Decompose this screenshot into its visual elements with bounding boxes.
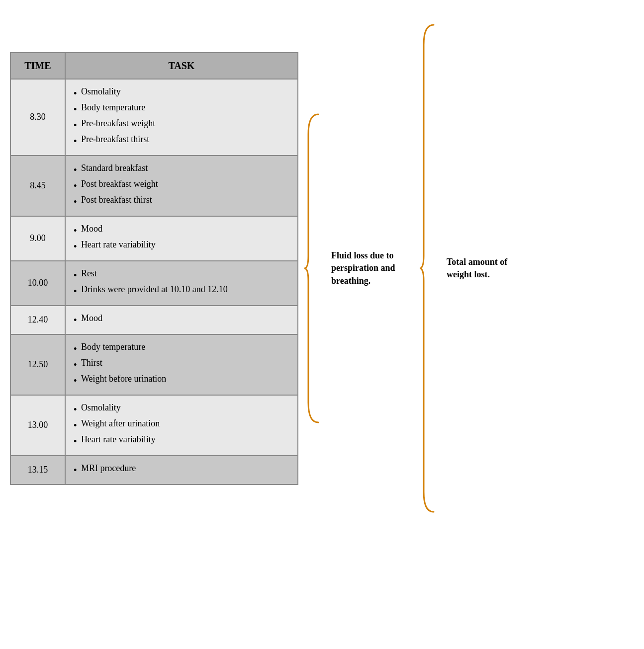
task-cell: OsmolalityBody temperaturePre-breakfast … [65,79,298,156]
list-item: Pre-breakfast weight [74,117,289,133]
task-header: TASK [65,53,298,79]
time-header: TIME [10,53,65,79]
list-item: Thirst [74,357,289,373]
task-cell: RestDrinks were provided at 10.10 and 12… [65,261,298,306]
schedule-table: TIME TASK 8.30OsmolalityBody temperature… [10,52,298,485]
task-cell: OsmolalityWeight after urinationHeart ra… [65,395,298,456]
time-cell: 10.00 [10,261,65,306]
time-cell: 13.00 [10,395,65,456]
time-cell: 9.00 [10,216,65,261]
task-list: Mood [74,312,289,328]
fluid-loss-label: Fluid loss due to perspiration and breat… [331,249,411,287]
list-item: Post breakfast weight [74,178,289,194]
list-item: Rest [74,267,289,283]
time-cell: 8.45 [10,156,65,216]
time-cell: 12.50 [10,334,65,395]
fluid-loss-bracket-container [303,104,323,432]
task-list: Body temperatureThirstWeight before urin… [74,341,289,389]
task-list: MoodHeart rate variability [74,223,289,254]
left-curly-bracket-1 [303,104,323,432]
task-list: RestDrinks were provided at 10.10 and 12… [74,267,289,299]
list-item: Weight after urination [74,417,289,433]
task-cell: Body temperatureThirstWeight before urin… [65,334,298,395]
time-cell: 13.15 [10,456,65,485]
table-row: 12.50Body temperatureThirstWeight before… [10,334,298,395]
table-row: 10.00RestDrinks were provided at 10.10 a… [10,261,298,306]
table-row: 9.00MoodHeart rate variability [10,216,298,261]
list-item: Osmolality [74,402,289,417]
list-item: Pre-breakfast thirst [74,133,289,149]
list-item: Weight before urination [74,373,289,389]
list-item: Mood [74,312,289,328]
task-cell: MoodHeart rate variability [65,216,298,261]
list-item: Heart rate variability [74,433,289,449]
total-weight-label: Total amount of weight lost. [447,256,516,281]
time-cell: 8.30 [10,79,65,156]
list-item: Body temperature [74,341,289,357]
list-item: MRI procedure [74,462,289,478]
task-cell: Mood [65,306,298,334]
task-list: OsmolalityWeight after urinationHeart ra… [74,402,289,449]
task-cell: MRI procedure [65,456,298,485]
left-curly-bracket-2 [419,15,439,522]
table-header-row: TIME TASK [10,53,298,79]
list-item: Drinks were provided at 10.10 and 12.10 [74,283,289,299]
table-row: 13.00OsmolalityWeight after urinationHea… [10,395,298,456]
table-row: 13.15MRI procedure [10,456,298,485]
page-container: TIME TASK 8.30OsmolalityBody temperature… [10,15,516,522]
total-weight-bracket-container: Total amount of weight lost. [419,15,516,522]
table-row: 8.30OsmolalityBody temperaturePre-breakf… [10,79,298,156]
table-row: 12.40Mood [10,306,298,334]
time-cell: 12.40 [10,306,65,334]
list-item: Standard breakfast [74,162,289,178]
task-cell: Standard breakfastPost breakfast weightP… [65,156,298,216]
list-item: Post breakfast thirst [74,194,289,210]
schedule-table-wrapper: TIME TASK 8.30OsmolalityBody temperature… [10,52,298,485]
task-list: Standard breakfastPost breakfast weightP… [74,162,289,210]
list-item: Osmolality [74,85,289,101]
task-list: MRI procedure [74,462,289,478]
task-list: OsmolalityBody temperaturePre-breakfast … [74,85,289,149]
table-row: 8.45Standard breakfastPost breakfast wei… [10,156,298,216]
list-item: Body temperature [74,101,289,117]
list-item: Mood [74,223,289,239]
list-item: Heart rate variability [74,239,289,254]
